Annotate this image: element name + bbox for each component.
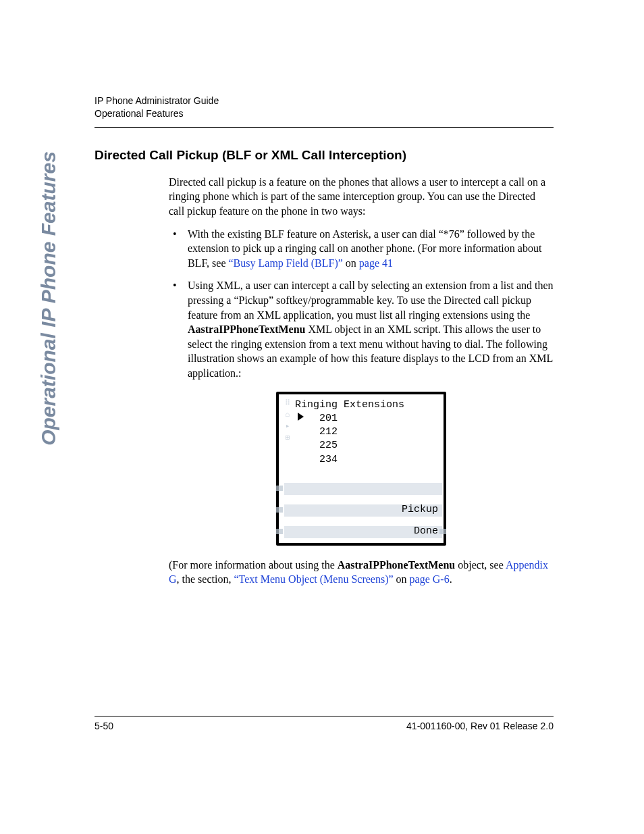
softkey-tab-icon: [439, 529, 446, 534]
after-bold: AastraIPPhoneTextMenu: [338, 559, 456, 571]
header-title: IP Phone Administrator Guide: [95, 95, 554, 107]
list-item: With the existing BLF feature on Asteris…: [169, 227, 554, 271]
softkey-pickup[interactable]: Pickup: [284, 504, 442, 517]
softkey-tab-icon: [276, 486, 283, 491]
lcd-status-icon: ⌂: [286, 411, 290, 419]
lcd-extension: 234: [306, 453, 338, 467]
after-text-c: , the section,: [177, 573, 234, 585]
lcd-screen: ⠿ ⌂ ▸ ⊞ Ringing Extensions 201: [276, 392, 446, 546]
section-heading: Directed Call Pickup (BLF or XML Call In…: [95, 148, 554, 163]
lcd-softkey-row: [279, 479, 444, 498]
bullet1-text-b: on: [343, 257, 359, 269]
selection-arrow-icon: [298, 413, 304, 421]
lcd-title: Ringing Extensions: [294, 398, 439, 412]
link-page41[interactable]: page 41: [359, 257, 393, 269]
footer-page-number: 5-50: [95, 721, 113, 731]
intro-paragraph: Directed call pickup is a feature on the…: [169, 175, 554, 219]
footer-doc-revision: 41-001160-00, Rev 01 Release 2.0: [406, 721, 554, 731]
link-text-menu-object[interactable]: “Text Menu Object (Menu Screens)”: [234, 573, 393, 585]
after-text-b: object, see: [455, 559, 506, 571]
body-text: Directed call pickup is a feature on the…: [169, 175, 554, 587]
running-header: IP Phone Administrator Guide Operational…: [95, 95, 554, 120]
after-text-d: on: [394, 573, 410, 585]
bullet2-text-a: Using XML, a user can intercept a call b…: [188, 280, 554, 320]
lcd-illustration: ⠿ ⌂ ▸ ⊞ Ringing Extensions 201: [276, 392, 446, 546]
list-item: Using XML, a user can intercept a call b…: [169, 278, 554, 380]
lcd-softkey-row: Pickup: [279, 501, 444, 520]
lcd-status-icon: ⊞: [286, 434, 290, 442]
lcd-menu-item[interactable]: 201: [295, 412, 439, 425]
softkey-done[interactable]: Done: [284, 526, 442, 538]
link-blf[interactable]: “Busy Lamp Field (BLF)”: [229, 257, 343, 269]
lcd-extension: 225: [306, 439, 338, 452]
lcd-extension: 212: [306, 425, 338, 439]
side-section-label: Operational IP Phone Features: [37, 123, 60, 474]
lcd-softkey-block: Pickup Done: [279, 475, 444, 543]
bullet2-bold: AastraIPPhoneTextMenu: [188, 323, 306, 335]
lcd-softkey-row: Done: [279, 523, 444, 542]
lcd-menu-item[interactable]: 225: [295, 439, 439, 452]
link-page-g6[interactable]: page G-6: [410, 573, 450, 585]
lcd-status-column: ⠿ ⌂ ▸ ⊞: [281, 398, 294, 473]
softkey-tab-icon: [276, 529, 283, 534]
after-text-a: (For more information about using the: [169, 559, 338, 571]
page-body: IP Phone Administrator Guide Operational…: [95, 95, 554, 595]
softkey-bar-empty[interactable]: [284, 483, 442, 495]
softkey-tab-icon: [276, 507, 283, 513]
lcd-status-icon: ⠿: [285, 400, 290, 407]
header-subtitle: Operational Features: [95, 107, 554, 120]
lcd-menu-item[interactable]: 212: [295, 425, 439, 439]
footer-divider: [95, 716, 554, 716]
bullet-list: With the existing BLF feature on Asteris…: [169, 227, 554, 381]
after-paragraph: (For more information about using the Aa…: [169, 558, 554, 587]
lcd-extension: 201: [306, 412, 338, 425]
after-text-e: .: [450, 573, 452, 585]
page-footer: 5-50 41-001160-00, Rev 01 Release 2.0: [95, 716, 554, 731]
header-divider: [95, 127, 554, 128]
lcd-menu-item[interactable]: 234: [295, 453, 439, 467]
lcd-status-icon: ▸: [286, 423, 290, 430]
